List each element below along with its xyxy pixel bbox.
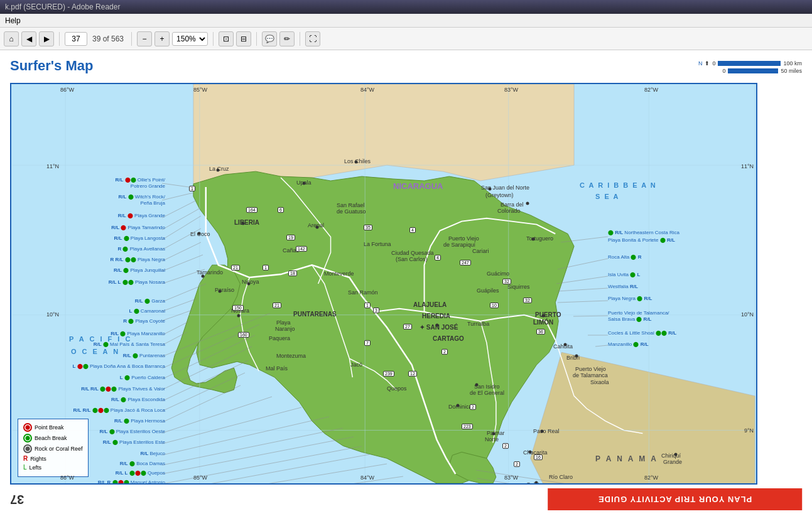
legend-beach-icon: ⬤ (23, 434, 32, 442)
page-number-bottom: 37 (10, 492, 24, 507)
coord-85w: 85°W (193, 87, 207, 93)
dot-golfito (535, 481, 538, 485)
highway-16: 16 (534, 454, 543, 460)
back-button[interactable]: ◀ (21, 31, 36, 46)
dot-liberia (242, 222, 245, 225)
surf-witch2: Peña Bruja (11, 200, 165, 206)
surf-salsa-brava: Salsa Brava ⬤ R/L (608, 316, 652, 322)
legend-beach-text: Beach Break (35, 435, 67, 441)
surf-westfalia: Westfalia R/L (608, 284, 638, 289)
highway-4b: 4 (435, 255, 441, 260)
dot-la-cruz (217, 169, 220, 172)
surf-grande: R/L ⬤ Playa Grande (11, 213, 165, 218)
titlebar-text: k.pdf (SECURED) - Adobe Reader (5, 3, 120, 11)
highway-1c: 1 (364, 303, 371, 308)
dot-chacarita (529, 451, 532, 454)
highway-19: 19 (286, 235, 295, 240)
coord-86w-bottom: 86°W (60, 475, 74, 481)
surf-isla-uvita: Isla Uvita ⬤ L (608, 272, 640, 277)
fullscreen-button[interactable]: ⛶ (305, 31, 320, 46)
dot-cahuita (564, 343, 567, 346)
highway-6: 6 (278, 207, 284, 213)
page-total-label: 39 of 563 (90, 35, 126, 43)
highway-142: 142 (296, 246, 307, 252)
highway-36: 36 (536, 329, 545, 335)
menu-help[interactable]: Help (5, 16, 21, 25)
surf-avellanas: R ⬤ Playa Avellanas (11, 246, 165, 252)
dot-arenal (316, 226, 319, 229)
zoom-out-button[interactable]: − (137, 31, 152, 46)
forward-button[interactable]: ▶ (39, 31, 54, 46)
highway-1b: 1 (263, 265, 269, 271)
highway-10: 10 (490, 303, 499, 308)
highway-21b: 21 (273, 303, 281, 308)
surf-negra-carib: Playa Negra ⬤ R/L (608, 296, 652, 301)
surf-manuel-antonio: R/L R ⬤⬤⬤ Manuel Antonio (11, 480, 165, 485)
coord-84w: 84°W (360, 87, 374, 93)
highway-1a: 1 (189, 186, 195, 191)
legend-l-letter: L (23, 464, 27, 471)
highway-7: 7 (364, 340, 371, 346)
dot-nosara (237, 314, 241, 318)
highway-2c: 2 (502, 443, 509, 449)
zoom-select[interactable]: 150% 100% 75% (172, 32, 208, 46)
surf-tamarindo: R/L ⬤ Playa Tamarindo (11, 225, 165, 230)
surf-bonita: Playa Bonita & Portete ⬤ R/L (608, 237, 675, 243)
highway-247: 247 (460, 260, 471, 266)
highway-239: 239 (383, 371, 394, 377)
surf-coyote: R ⬤ Playa Coyote (11, 318, 165, 324)
legend-point-text: Point Break (35, 424, 64, 431)
legend-reef-text: Rock or Coral Reef (35, 446, 83, 452)
dot-palmar (492, 432, 495, 436)
title-bar: k.pdf (SECURED) - Adobe Reader (0, 0, 812, 14)
dot-barra (526, 202, 529, 205)
comment-button[interactable]: 💬 (262, 31, 277, 46)
surf-ollies: R/L ⬤⬤ Ollie's Point/ (11, 177, 165, 183)
surf-langosta: R/L ⬤ Playa Langosta (11, 235, 165, 241)
highway-4a: 4 (409, 227, 416, 233)
scale-bar: N ⬆ 0 100 km 0 50 miles (698, 60, 802, 74)
dot-el-coco (198, 232, 201, 235)
coord-82w: 82°W (644, 87, 658, 93)
surf-nosara: R/L L ⬤⬤ Playa Nosara (11, 279, 165, 285)
dot-dominical (457, 404, 460, 407)
dot-tamarindo (202, 275, 205, 278)
fit-page-button[interactable]: ⊡ (219, 31, 234, 46)
coord-84w-bottom: 84°W (360, 475, 374, 481)
highway-150: 150 (232, 305, 244, 311)
menu-bar: Help (0, 14, 812, 28)
city-david: DAVID (630, 484, 651, 485)
coord-85w-bottom: 85°W (193, 475, 207, 481)
page-number-input[interactable] (65, 32, 87, 46)
zoom-in-button[interactable]: + (154, 31, 170, 46)
dot-san-juan (489, 188, 492, 191)
highway-21a: 21 (231, 265, 240, 271)
coord-11n-left: 11°N (46, 163, 59, 169)
page-title: Surfer's Map (10, 58, 93, 74)
surf-ollies2: Potrero Grande (11, 183, 165, 189)
surf-jaco-spot: R/L R/L ⬤⬤⬤ Playa Jacó & Roca Loca (11, 407, 165, 413)
surf-cocles: Cocles & Little Shoal ⬤⬤ R/L (608, 330, 676, 336)
dot-tortuguero (532, 238, 535, 241)
dot-paso-real (541, 430, 544, 433)
coord-83w-bottom: 83°W (504, 475, 518, 481)
surf-manzanillo-pac: R/L ⬤ Playa Manzanillo (11, 331, 165, 336)
surf-escondida: R/L ⬤ Playa Escondida (11, 397, 165, 402)
legend: ⬤ Point Break ⬤ Beach Break ⬤ Rock or Co… (18, 419, 89, 477)
home-button[interactable]: ⌂ (4, 31, 19, 46)
coord-10n-right: 10°N (741, 311, 754, 318)
highway-2b: 2 (470, 404, 476, 410)
highway-164: 164 (246, 207, 257, 213)
highway-32a: 32 (502, 279, 511, 284)
surf-manzanillo-carib: Manzanillo ⬤ R/L (608, 341, 649, 347)
surf-camaronal: L ⬤ Camaronal (11, 308, 165, 314)
surf-puerto-viejo-talamanca: Puerto Viejo de Talamanca/ (608, 310, 669, 316)
surf-puerto-caldera: L ⬤ Puerto Caldera (11, 375, 165, 380)
highway-2d: 2 (514, 461, 520, 467)
plan-banner[interactable]: PLAN YOUR TRIP ACTIVITY GUIDE (548, 488, 802, 510)
surf-mal-pais: R/L ⬤ Mal País & Santa Teresa (11, 341, 165, 347)
legend-r-letter: R (23, 455, 28, 462)
fit-width-button[interactable]: ⊟ (236, 31, 251, 46)
highlight-button[interactable]: ✏ (279, 31, 295, 46)
surf-dona-ana: L ⬤⬤ Playa Doña Ana & Boca Barranca (11, 363, 165, 369)
